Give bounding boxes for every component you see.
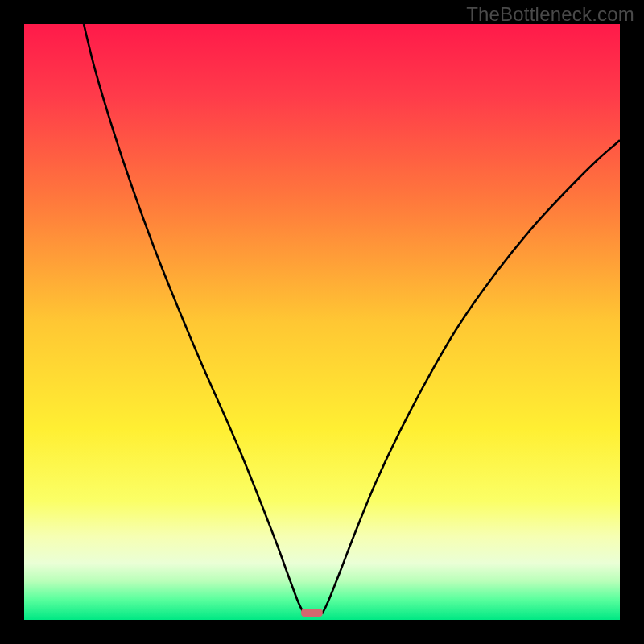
- bottleneck-chart: [24, 24, 620, 620]
- watermark-text: TheBottleneck.com: [466, 3, 634, 26]
- gradient-background: [24, 24, 620, 620]
- trough-marker: [301, 609, 323, 617]
- chart-frame: TheBottleneck.com: [0, 0, 644, 644]
